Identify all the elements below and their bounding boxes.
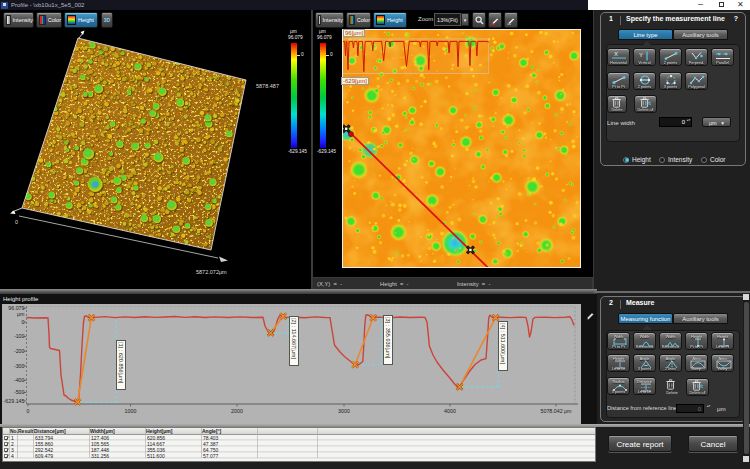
svg-text:X: X: [614, 51, 618, 57]
svg-text:Y: Y: [639, 52, 643, 58]
